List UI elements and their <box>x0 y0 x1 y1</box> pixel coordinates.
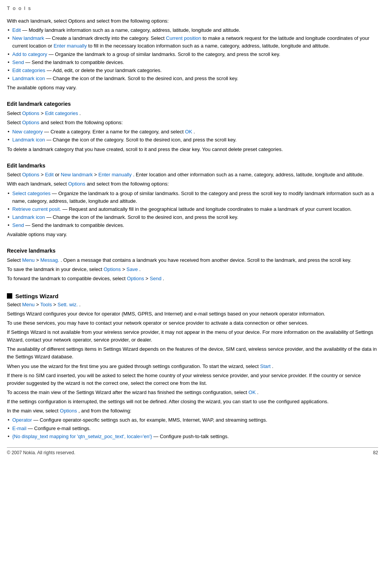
settings-wizard-section: Settings Wizard Select Menu > Tools > Se… <box>7 293 378 440</box>
email-link[interactable]: E-mail <box>12 425 26 431</box>
options-link6[interactable]: Options <box>127 276 144 281</box>
start-link[interactable]: Start <box>260 363 270 369</box>
edit-link2[interactable]: Edit <box>45 172 53 177</box>
new-landmark-link[interactable]: New landmark <box>12 35 44 41</box>
edit-categories-section: Edit landmark categories Select Options … <box>7 100 378 153</box>
tools-link[interactable]: Tools <box>40 302 52 307</box>
settings-wizard-p5: The availability of different settings i… <box>7 345 378 361</box>
options-link5[interactable]: Options <box>104 266 121 272</box>
list-item: Landmark icon — Change the icon of the l… <box>7 214 378 221</box>
receive-landmarks-p3: To forward the landmark to compatible de… <box>7 275 378 283</box>
edit-landmarks-p2: With each landmark, select Options and s… <box>7 180 378 188</box>
landmark-icon-link[interactable]: Landmark icon <box>12 76 45 81</box>
menu-link2[interactable]: Menu <box>22 302 35 307</box>
enter-manually-link[interactable]: Enter manually <box>54 43 87 49</box>
edit-landmarks-p1: Select Options > Edit or New landmark > … <box>7 171 378 179</box>
list-item: New category — Create a category. Enter … <box>7 128 378 136</box>
intro-options-list: Edit — Modify landmark information such … <box>7 26 378 82</box>
send-link[interactable]: Send <box>12 59 24 65</box>
list-item: Retrieve current posit. — Request and au… <box>7 205 378 213</box>
list-item: Edit — Modify landmark information such … <box>7 26 378 34</box>
settings-wizard-options-list: Operator — Configure operator-specific s… <box>7 416 378 440</box>
edit-categories-p1: Select Options > Edit categories . <box>7 110 378 117</box>
options-link4[interactable]: Options <box>68 181 86 187</box>
ok-link2[interactable]: OK <box>248 389 256 395</box>
landmark-icon-link3[interactable]: Landmark icon <box>12 214 45 220</box>
edit-categories-link2[interactable]: Edit categories <box>45 110 78 116</box>
send-link2[interactable]: Send <box>12 222 24 228</box>
copyright-text: © 2007 Nokia. All rights reserved. <box>7 450 75 455</box>
receive-landmarks-heading: Receive landmarks <box>7 247 378 255</box>
menu-link[interactable]: Menu <box>22 257 35 263</box>
list-item: Operator — Configure operator-specific s… <box>7 416 378 424</box>
header-title: T o o l s <box>7 5 31 11</box>
list-item: Landmark icon — Change the icon of the c… <box>7 136 378 144</box>
options-link[interactable]: Options <box>22 110 39 116</box>
intro-paragraph: With each landmark, select Options and s… <box>7 17 378 25</box>
list-item: Edit categories — Add, edit, or delete t… <box>7 67 378 74</box>
edit-link[interactable]: Edit <box>12 27 21 33</box>
select-categories-link[interactable]: Select categories <box>12 191 51 196</box>
current-position-link[interactable]: Current position <box>166 35 201 41</box>
settings-wizard-heading: Settings Wizard <box>7 293 378 299</box>
landmark-icon-link2[interactable]: Landmark icon <box>12 137 45 143</box>
page-container: T o o l s With each landmark, select Opt… <box>0 0 385 463</box>
edit-categories-link[interactable]: Edit categories <box>12 67 45 73</box>
edit-landmarks-section: Edit landmarks Select Options > Edit or … <box>7 162 378 239</box>
messag-link[interactable]: Messag. <box>40 257 59 263</box>
receive-landmarks-section: Receive landmarks Select Menu > Messag. … <box>7 247 378 283</box>
settings-wizard-p9: If the settings configuration is interru… <box>7 398 378 406</box>
list-item: Send — Send the landmark to compatible d… <box>7 59 378 66</box>
ok-link[interactable]: OK <box>185 129 192 135</box>
receive-landmarks-p1: Select Menu > Messag. . Open a message t… <box>7 256 378 264</box>
edit-categories-note: To delete a landmark category that you h… <box>7 146 378 153</box>
list-item: Select categories — Organize the landmar… <box>7 190 378 205</box>
options-link2[interactable]: Options <box>22 120 39 125</box>
list-item: New landmark — Create a landmark directl… <box>7 34 378 50</box>
list-item: E-mail — Configure e-mail settings. <box>7 425 378 432</box>
list-item: Send — Send the landmark to compatible d… <box>7 222 378 229</box>
retrieve-current-link[interactable]: Retrieve current posit. <box>12 206 61 212</box>
edit-categories-options-list: New category — Create a category. Enter … <box>7 128 378 144</box>
settings-wizard-p10: In the main view, select Options , and f… <box>7 407 378 415</box>
list-item: Landmark icon — Change the icon of the l… <box>7 75 378 82</box>
edit-landmarks-options-list: Select categories — Organize the landmar… <box>7 190 378 230</box>
new-category-link[interactable]: New category <box>12 129 43 135</box>
list-item: Add to category — Organize the landmark … <box>7 51 378 58</box>
available-options-vary2: Available options may vary. <box>7 231 378 238</box>
options-link7[interactable]: Options <box>60 408 77 414</box>
settings-wizard-p4: If Settings Wizard is not available from… <box>7 328 378 344</box>
page-footer: © 2007 Nokia. All rights reserved. 82 <box>7 447 378 455</box>
page-header: T o o l s <box>7 3 378 14</box>
add-to-category-link[interactable]: Add to category <box>12 51 47 57</box>
edit-categories-p2: Select Options and select from the follo… <box>7 119 378 126</box>
settings-wizard-p1: Select Menu > Tools > Sett. wiz. . <box>7 301 378 309</box>
page-number: 82 <box>373 450 378 455</box>
receive-landmarks-p2: To save the landmark in your device, sel… <box>7 266 378 273</box>
options-link3[interactable]: Options <box>22 172 39 177</box>
settings-square-icon <box>7 293 12 299</box>
settings-wizard-p3: To use these services, you may have to c… <box>7 319 378 327</box>
save-link[interactable]: Save <box>127 266 138 272</box>
new-landmark-link2[interactable]: New landmark <box>61 172 93 177</box>
settings-wizard-p7: If there is no SIM card inserted, you wi… <box>7 372 378 387</box>
sett-wiz-link[interactable]: Sett. wiz. <box>58 302 78 307</box>
list-item: {No display_text mapping for 'qtn_setwiz… <box>7 433 378 440</box>
operator-link[interactable]: Operator <box>12 417 32 423</box>
send-link3[interactable]: Send <box>150 276 161 281</box>
enter-manually-link2[interactable]: Enter manually <box>99 172 132 177</box>
settings-wizard-p2: Settings Wizard configures your device f… <box>7 310 378 318</box>
poc-text-link[interactable]: {No display_text mapping for 'qtn_setwiz… <box>12 434 152 439</box>
edit-categories-heading: Edit landmark categories <box>7 100 378 108</box>
settings-wizard-p8: To access the main view of the Settings … <box>7 389 378 396</box>
edit-landmarks-heading: Edit landmarks <box>7 162 378 170</box>
available-options-vary: The available options may vary. <box>7 84 378 92</box>
settings-wizard-p6: When you use the wizard for the first ti… <box>7 363 378 370</box>
